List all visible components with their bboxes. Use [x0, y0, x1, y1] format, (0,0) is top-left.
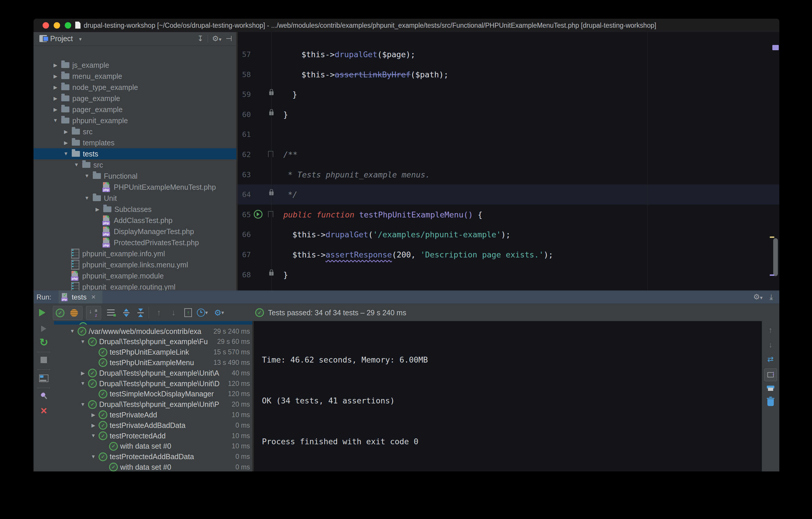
project-tree-item-src[interactable]: ▼src	[33, 159, 236, 170]
editor-line-65[interactable]: 65public function testPhpUnitExampleMenu…	[238, 204, 779, 225]
rerun-icon[interactable]: ↻	[33, 337, 54, 348]
project-tree-item-tests[interactable]: ▼tests	[33, 148, 236, 159]
chevron-expanded-icon[interactable]: ▼	[67, 328, 78, 334]
chevron-collapsed-icon[interactable]: ▶	[88, 412, 98, 418]
expand-all-icon[interactable]	[120, 306, 133, 319]
project-tree-item-page-example[interactable]: ▶page_example	[33, 93, 236, 104]
show-passed-toggle[interactable]	[53, 308, 67, 317]
next-failed-test-icon[interactable]: ↓	[167, 306, 180, 319]
import-test-results-icon[interactable]	[182, 306, 195, 319]
project-tree-item-js-example[interactable]: ▶js_example	[33, 59, 236, 71]
test-history-icon[interactable]: ▾	[196, 306, 209, 319]
editor-line-60[interactable]: 60}	[238, 105, 779, 125]
test-row--var-www-web-modules-contrib-exa[interactable]: ▼/var/www/web/modules/contrib/exa29 s 24…	[54, 326, 252, 336]
test-row-testsimplemockdisplaymanager[interactable]: testSimpleMockDisplayManager120 ms	[54, 389, 252, 399]
chevron-expanded-icon[interactable]: ▼	[78, 381, 88, 386]
test-row-testphpunitexamplemenu[interactable]: testPhpUnitExampleMenu13 s 490 ms	[54, 357, 252, 368]
scroll-down-icon[interactable]: ↓	[762, 340, 779, 349]
test-row-testprotectedaddbaddata[interactable]: ▼testProtectedAddBadData0 ms	[54, 452, 252, 462]
chevron-expanded-icon[interactable]: ▼	[83, 195, 90, 201]
rerun-failed-tests-icon[interactable]	[33, 325, 54, 332]
editor-line-62[interactable]: 62/**	[238, 144, 779, 165]
run-tab-tests[interactable]: php✓ tests ×	[59, 291, 103, 304]
test-row-testprotectedadd[interactable]: ▼testProtectedAdd10 ms	[54, 431, 252, 441]
chevron-expanded-icon[interactable]: ▼	[78, 339, 88, 345]
error-stripe-mark[interactable]	[772, 45, 779, 50]
chevron-expanded-icon[interactable]: ▼	[88, 454, 98, 460]
chevron-collapsed-icon[interactable]: ▶	[52, 62, 59, 68]
test-row-drupal-tests-phpunit-example-fu[interactable]: ▼Drupal\Tests\phpunit_example\Fu29 s 60 …	[54, 336, 252, 347]
chevron-collapsed-icon[interactable]: ▶	[94, 207, 101, 213]
run-settings-gear-icon[interactable]: ⚙▾	[753, 293, 762, 302]
close-tab-icon[interactable]: ×	[91, 293, 96, 302]
run-test-gutter-icon[interactable]	[254, 210, 262, 219]
chevron-expanded-icon[interactable]: ▼	[62, 151, 69, 157]
locate-file-icon[interactable]: ↧	[197, 34, 204, 43]
project-tree-item-protectedprivatestest-php[interactable]: phpProtectedPrivatesTest.php	[33, 237, 236, 248]
project-tree-item-phpunit-example-info-yml[interactable]: phpunit_example.info.yml	[33, 248, 236, 259]
chevron-collapsed-icon[interactable]: ▶	[52, 95, 59, 102]
chevron-expanded-icon[interactable]: ▼	[73, 162, 80, 168]
chevron-collapsed-icon[interactable]: ▶	[52, 73, 59, 79]
rerun-tests-button[interactable]	[36, 306, 49, 319]
chevron-expanded-icon[interactable]: ▼	[83, 173, 90, 179]
project-tree-item-functional[interactable]: ▼Functional	[33, 170, 236, 182]
pin-tab-icon[interactable]	[33, 392, 54, 401]
project-tree-item-node-type-example[interactable]: ▶node_type_example	[33, 82, 236, 93]
test-row-testprivateaddbaddata[interactable]: ▶testPrivateAddBadData0 ms	[54, 420, 252, 431]
test-row-drupal-tests-phpunit-example-unit-d[interactable]: ▼Drupal\Tests\phpunit_example\Unit\D120 …	[54, 378, 252, 389]
chevron-collapsed-icon[interactable]: ▶	[62, 140, 69, 146]
chevron-expanded-icon[interactable]: ▼	[52, 118, 59, 124]
project-panel-title[interactable]: Project	[50, 32, 73, 45]
test-row-with-data-set-0[interactable]: with data set #00 ms	[54, 462, 252, 471]
editor-line-68[interactable]: 68}	[238, 265, 779, 285]
project-tree-item-pager-example[interactable]: ▶pager_example	[33, 104, 236, 115]
editor-line-58[interactable]: 58$this->assertLinkByHref($path);	[238, 64, 779, 85]
editor-line-64[interactable]: 64*/	[238, 185, 779, 204]
test-console[interactable]: Time: 46.62 seconds, Memory: 6.00MBOK (3…	[254, 321, 762, 471]
chevron-expanded-icon[interactable]: ▼	[78, 402, 88, 408]
print-icon[interactable]	[762, 385, 779, 391]
gear-icon[interactable]: ⚙▾	[212, 34, 221, 43]
close-window-button[interactable]	[42, 22, 49, 29]
stripe-tick-purple[interactable]	[770, 274, 774, 276]
stop-icon[interactable]	[33, 357, 54, 363]
scroll-up-icon[interactable]: ↑	[762, 325, 779, 335]
editor-line-69[interactable]: 69	[238, 284, 779, 291]
editor-line-59[interactable]: 59}	[238, 84, 779, 105]
restore-layout-icon[interactable]	[33, 375, 54, 382]
project-tree-item-displaymanagertest-php[interactable]: phpDisplayManagerTest.php	[33, 226, 236, 237]
editor-scrollbar[interactable]	[773, 238, 778, 276]
close-panel-icon[interactable]: ×	[33, 405, 54, 416]
project-tree-item-phpunit-example[interactable]: ▼phpunit_example	[33, 115, 236, 126]
test-row-testphpunitexamplelink[interactable]: testPhpUnitExampleLink15 s 570 ms	[54, 347, 252, 358]
scroll-to-end-icon[interactable]	[762, 368, 779, 381]
test-row-testprivateadd[interactable]: ▶testPrivateAdd10 ms	[54, 410, 252, 420]
project-tree-item-templates[interactable]: ▶templates	[33, 137, 236, 148]
editor-line-57[interactable]: 57$this->drupalGet($page);	[238, 44, 779, 64]
test-root-row-partial[interactable]	[54, 321, 252, 325]
zoom-window-button[interactable]	[65, 22, 71, 29]
chevron-collapsed-icon[interactable]: ▶	[52, 107, 59, 113]
project-tree-item-subclasses[interactable]: ▶Subclasses	[33, 204, 236, 215]
project-tree-item-phpunitexamplemenutest-php[interactable]: phpPHPUnitExampleMenuTest.php	[33, 182, 236, 193]
project-tree-item-addclasstest-php[interactable]: phpAddClassTest.php	[33, 215, 236, 226]
hide-panel-icon[interactable]: ⊣	[226, 34, 232, 43]
previous-failed-test-icon[interactable]: ↑	[152, 306, 165, 319]
editor-line-67[interactable]: 67$this->assertResponse(200, 'Descriptio…	[238, 245, 779, 265]
sort-by-duration-icon[interactable]	[105, 306, 117, 319]
stripe-tick-yellow[interactable]	[770, 237, 774, 238]
editor-line-66[interactable]: 66$this->drupalGet('/examples/phpunit-ex…	[238, 224, 779, 245]
dock-panel-icon[interactable]: ⤓	[770, 293, 773, 302]
project-tree-item-menu-example[interactable]: ▶menu_example	[33, 71, 236, 82]
chevron-collapsed-icon[interactable]: ▶	[62, 129, 69, 135]
test-row-drupal-tests-phpunit-example-unit-a[interactable]: ▶Drupal\Tests\phpunit_example\Unit\A40 m…	[54, 368, 252, 378]
test-row-drupal-tests-phpunit-example-unit-p[interactable]: ▼Drupal\Tests\phpunit_example\Unit\P20 m…	[54, 399, 252, 410]
minimize-window-button[interactable]	[54, 22, 60, 29]
project-tree-item-phpunit-example-links-menu-yml[interactable]: phpunit_example.links.menu.yml	[33, 259, 236, 270]
sort-alphabetically-toggle[interactable]: ↓	[86, 306, 101, 320]
collapse-all-icon[interactable]	[134, 306, 147, 319]
chevron-collapsed-icon[interactable]: ▶	[52, 84, 59, 90]
project-tree-item-unit[interactable]: ▼Unit	[33, 193, 236, 204]
editor-line-63[interactable]: 63* Tests phpunit_example menus.	[238, 165, 779, 185]
